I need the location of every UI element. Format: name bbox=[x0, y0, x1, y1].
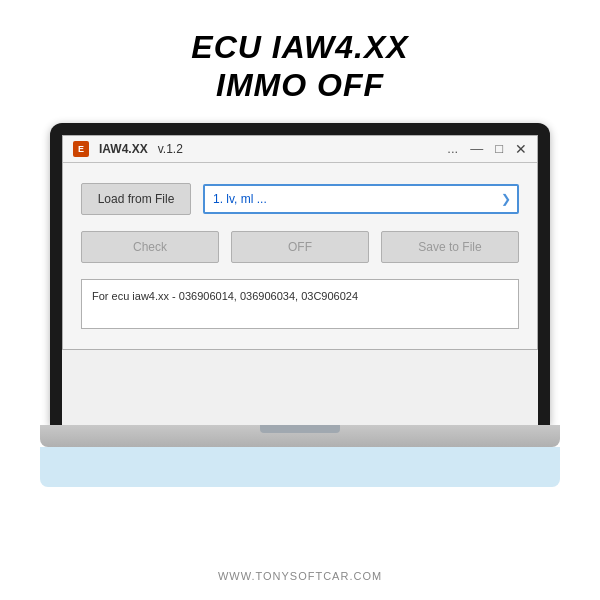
laptop-base bbox=[40, 425, 560, 447]
page-footer: WWW.TONYSOFTCAR.COM bbox=[0, 560, 600, 592]
file-type-dropdown[interactable]: 1. lv, ml ... bbox=[203, 184, 519, 214]
dropdown-wrapper: 1. lv, ml ... ❯ bbox=[203, 184, 519, 214]
title-line1: ECU IAW4.XX bbox=[191, 29, 408, 65]
title-line2: IMMO OFF bbox=[216, 67, 384, 103]
laptop-wrapper: E IAW4.XX v.1.2 ... — □ ✕ Load from bbox=[40, 123, 560, 600]
version-label: v.1.2 bbox=[158, 142, 438, 156]
row-controls: Load from File 1. lv, ml ... ❯ bbox=[81, 183, 519, 215]
save-to-file-button[interactable]: Save to File bbox=[381, 231, 519, 263]
check-button[interactable]: Check bbox=[81, 231, 219, 263]
close-button[interactable]: ✕ bbox=[515, 142, 527, 156]
row-actions: Check OFF Save to File bbox=[81, 231, 519, 263]
info-text-box: For ecu iaw4.xx - 036906014, 036906034, … bbox=[81, 279, 519, 329]
page-title: ECU IAW4.XX IMMO OFF bbox=[20, 28, 580, 105]
footer-url: WWW.TONYSOFTCAR.COM bbox=[218, 570, 382, 582]
app-icon: E bbox=[73, 141, 89, 157]
laptop-screen-bezel: E IAW4.XX v.1.2 ... — □ ✕ Load from bbox=[50, 123, 550, 425]
maximize-button[interactable]: □ bbox=[495, 142, 503, 155]
window-controls: ... — □ ✕ bbox=[447, 142, 527, 156]
laptop-notch bbox=[260, 425, 340, 433]
app-name-label: IAW4.XX bbox=[99, 142, 148, 156]
app-window: E IAW4.XX v.1.2 ... — □ ✕ Load from bbox=[62, 135, 538, 350]
window-body: Load from File 1. lv, ml ... ❯ Check OFF… bbox=[63, 163, 537, 349]
minimize-button[interactable]: — bbox=[470, 142, 483, 155]
page-title-area: ECU IAW4.XX IMMO OFF bbox=[0, 0, 600, 123]
load-from-file-button[interactable]: Load from File bbox=[81, 183, 191, 215]
laptop-shadow-bar bbox=[40, 447, 560, 487]
window-titlebar: E IAW4.XX v.1.2 ... — □ ✕ bbox=[63, 136, 537, 163]
window-ellipsis: ... bbox=[447, 142, 458, 155]
laptop-screen: E IAW4.XX v.1.2 ... — □ ✕ Load from bbox=[62, 135, 538, 425]
off-button[interactable]: OFF bbox=[231, 231, 369, 263]
